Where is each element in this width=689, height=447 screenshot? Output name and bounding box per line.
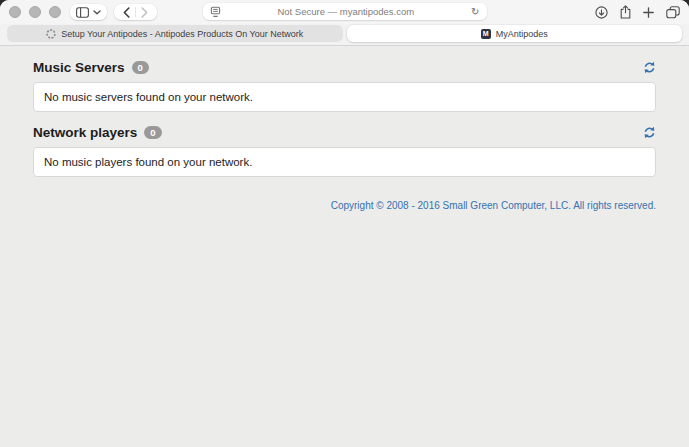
close-button[interactable] — [9, 6, 21, 18]
browser-toolbar: Not Secure — myantipodes.com ↻ — [0, 0, 689, 24]
minimize-button[interactable] — [29, 6, 41, 18]
share-button[interactable] — [620, 5, 631, 19]
zoom-button[interactable] — [49, 6, 61, 18]
reload-icon[interactable]: ↻ — [471, 7, 479, 17]
refresh-icon — [643, 61, 656, 74]
tab-overview-button[interactable] — [666, 6, 680, 19]
empty-message: No music players found on your network. — [44, 156, 252, 168]
downloads-button[interactable] — [595, 6, 608, 19]
music-servers-section: Music Servers 0 No music servers — [33, 60, 656, 112]
tab-setup-your-antipodes[interactable]: Setup Your Antipodes - Antipodes Product… — [7, 25, 343, 42]
section-title: Network players 0 — [33, 125, 162, 140]
tab-title: MyAntipodes — [496, 29, 548, 39]
forward-icon — [141, 7, 148, 18]
back-button[interactable] — [118, 5, 135, 19]
tab-bar: Setup Your Antipodes - Antipodes Product… — [0, 24, 689, 46]
tab-overview-icon — [666, 6, 680, 19]
section-title: Music Servers 0 — [33, 60, 149, 75]
new-tab-icon — [643, 7, 654, 18]
chevron-down-icon — [93, 10, 101, 15]
downloads-icon — [595, 6, 608, 19]
network-players-section: Network players 0 No music player — [33, 125, 656, 177]
empty-state-panel: No music servers found on your network. — [33, 82, 656, 112]
sidebar-control-group[interactable] — [70, 4, 107, 20]
section-header: Music Servers 0 — [33, 60, 656, 75]
section-title-text: Network players — [33, 125, 137, 140]
refresh-network-players-button[interactable] — [643, 126, 656, 139]
history-nav-group — [114, 4, 157, 20]
count-badge: 0 — [132, 61, 149, 75]
copyright-text: Copyright © 2008 - 2016 Small Green Comp… — [33, 200, 656, 211]
tab-myantipodes[interactable]: M MyAntipodes — [347, 25, 683, 42]
refresh-icon — [643, 126, 656, 139]
browser-window: Not Secure — myantipodes.com ↻ — [0, 0, 689, 447]
sidebar-icon — [76, 7, 89, 18]
window-controls — [9, 6, 61, 18]
section-title-text: Music Servers — [33, 60, 125, 75]
new-tab-button[interactable] — [643, 7, 654, 18]
empty-message: No music servers found on your network. — [44, 91, 253, 103]
forward-button[interactable] — [136, 5, 153, 19]
toolbar-right-actions — [595, 5, 680, 19]
page-settings-icon[interactable] — [210, 6, 221, 18]
share-icon — [620, 5, 631, 19]
back-icon — [123, 7, 130, 18]
tab-title: Setup Your Antipodes - Antipodes Product… — [61, 29, 303, 39]
section-header: Network players 0 — [33, 125, 656, 140]
page-content: Music Servers 0 No music servers — [0, 46, 689, 447]
address-bar[interactable]: Not Secure — myantipodes.com ↻ — [203, 3, 487, 20]
empty-state-panel: No music players found on your network. — [33, 147, 656, 177]
myantipodes-favicon: M — [481, 29, 491, 39]
refresh-music-servers-button[interactable] — [643, 61, 656, 74]
address-text[interactable]: Not Secure — myantipodes.com — [221, 6, 472, 17]
count-badge: 0 — [144, 126, 161, 140]
loading-spinner-icon — [46, 29, 56, 39]
